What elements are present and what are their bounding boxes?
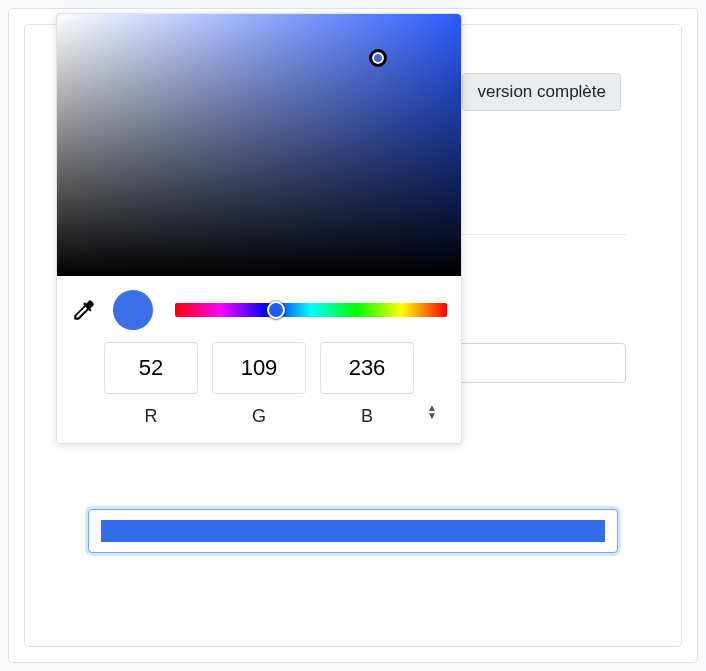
color-swatch-bar[interactable]: [101, 520, 605, 542]
current-color-circle: [113, 290, 153, 330]
rgb-inputs-row: [57, 342, 461, 400]
sv-cursor[interactable]: [369, 49, 387, 67]
hue-thumb[interactable]: [267, 301, 285, 319]
picker-controls-row: [57, 276, 461, 342]
r-label: R: [104, 406, 198, 427]
g-input[interactable]: [212, 342, 306, 394]
saturation-value-area[interactable]: [57, 14, 461, 276]
version-complete-button[interactable]: version complète: [462, 73, 621, 111]
eyedropper-icon[interactable]: [71, 297, 97, 323]
r-input[interactable]: [104, 342, 198, 394]
color-picker: R G B: [56, 13, 462, 444]
color-mode-switch-icon[interactable]: [427, 404, 443, 420]
sv-black-layer: [57, 14, 461, 276]
b-label: B: [320, 406, 414, 427]
color-input-focused[interactable]: [88, 509, 618, 553]
rgb-labels-row: R G B: [57, 400, 461, 443]
g-label: G: [212, 406, 306, 427]
hue-slider[interactable]: [175, 303, 447, 317]
b-input[interactable]: [320, 342, 414, 394]
